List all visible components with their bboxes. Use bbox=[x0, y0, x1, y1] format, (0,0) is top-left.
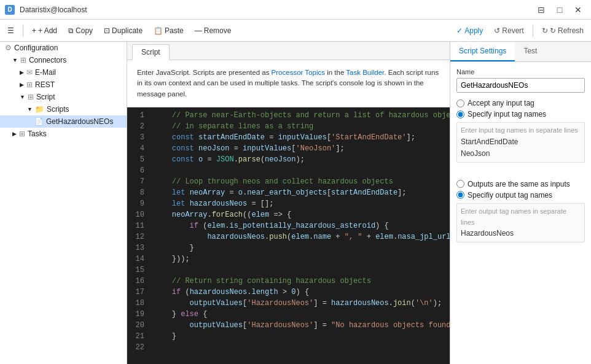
connectors-expand-icon: ⊞ bbox=[20, 56, 26, 64]
revert-button[interactable]: ↺ Revert bbox=[489, 22, 528, 39]
specify-output-radio[interactable] bbox=[456, 191, 464, 199]
sidebar-item-get-hazardous-neos[interactable]: 📄 GetHazardousNEOs bbox=[0, 115, 127, 128]
menu-icon: ☰ bbox=[7, 26, 14, 35]
add-button[interactable]: + + Add bbox=[27, 22, 62, 39]
script-label: Script bbox=[36, 93, 55, 101]
get-hazardous-neos-label: GetHazardousNEOs bbox=[46, 117, 113, 126]
specify-input-radio-item[interactable]: Specify input tag names bbox=[456, 110, 585, 118]
configuration-label: Configuration bbox=[14, 44, 58, 52]
paste-label: Paste bbox=[165, 26, 184, 35]
tasks-chevron-icon: ▶ bbox=[12, 131, 17, 137]
close-button[interactable]: ✕ bbox=[570, 4, 586, 16]
copy-button[interactable]: ⧉ Copy bbox=[63, 22, 98, 39]
script-icon: ⊞ bbox=[28, 93, 34, 101]
scripts-chevron-icon: ▼ bbox=[27, 106, 33, 112]
outputs-same-radio-item[interactable]: Outputs are the same as inputs bbox=[456, 180, 585, 188]
input-tags-display: Enter input tag names in separate lines … bbox=[456, 122, 585, 163]
tab-script-settings[interactable]: Script Settings bbox=[450, 42, 515, 61]
apply-check-icon: ✓ bbox=[456, 26, 463, 35]
window-controls: ⊟ □ ✕ bbox=[533, 4, 586, 16]
sidebar: ⚙ Configuration ▼ ⊞ Connectors ▶ ✉ E-Mai… bbox=[0, 42, 127, 364]
sidebar-item-configuration[interactable]: ⚙ Configuration bbox=[0, 42, 127, 54]
tab-test[interactable]: Test bbox=[515, 42, 546, 61]
script-settings-tab-label: Script Settings bbox=[459, 47, 506, 55]
duplicate-label: Duplicate bbox=[112, 26, 143, 35]
input-tag-1: StartAndEndDate bbox=[461, 136, 581, 148]
specify-input-radio[interactable] bbox=[456, 110, 464, 118]
remove-icon: — bbox=[195, 26, 202, 35]
copy-label: Copy bbox=[76, 26, 93, 35]
rest-chevron-icon: ▶ bbox=[20, 82, 24, 88]
title-bar: D Dataristix@localhost ⊟ □ ✕ bbox=[0, 0, 591, 20]
apply-label: Apply bbox=[464, 26, 483, 35]
description-text: Enter JavaScript. Scripts are presented … bbox=[137, 69, 272, 76]
apply-button[interactable]: ✓ Apply bbox=[452, 22, 488, 39]
toolbar-separator-1 bbox=[23, 25, 23, 37]
sidebar-item-script[interactable]: ▼ ⊞ Script bbox=[0, 91, 127, 103]
paste-button[interactable]: 📋 Paste bbox=[149, 22, 189, 39]
highlight-task-builder: Task Builder bbox=[346, 69, 384, 76]
copy-icon: ⧉ bbox=[68, 26, 74, 35]
maximize-button[interactable]: □ bbox=[552, 4, 568, 16]
code-editor[interactable]: 12345 678910 1112131415 1617181920 2122 … bbox=[127, 107, 450, 364]
sidebar-item-connectors[interactable]: ▼ ⊞ Connectors bbox=[0, 54, 127, 66]
menu-button[interactable]: ☰ bbox=[2, 22, 19, 39]
duplicate-button[interactable]: ⊡ Duplicate bbox=[99, 22, 147, 39]
script-tab-label: Script bbox=[141, 48, 160, 56]
sidebar-item-email[interactable]: ▶ ✉ E-Mail bbox=[0, 66, 127, 79]
revert-icon: ↺ bbox=[494, 26, 500, 35]
test-tab-label: Test bbox=[523, 47, 537, 55]
description-text-2: in the bbox=[325, 69, 346, 76]
output-tag-placeholder: Enter output tag names in separate lines bbox=[461, 206, 581, 228]
duplicate-icon: ⊡ bbox=[104, 26, 110, 35]
script-chevron-icon: ▼ bbox=[20, 94, 25, 100]
input-radio-group: Accept any input tag Specify input tag n… bbox=[456, 99, 585, 118]
accept-any-radio[interactable] bbox=[456, 99, 464, 107]
tab-script[interactable]: Script bbox=[132, 44, 170, 60]
refresh-label: ↻ Refresh bbox=[550, 26, 584, 35]
tasks-label: Tasks bbox=[28, 130, 47, 138]
specify-output-radio-item[interactable]: Specifiy output tag names bbox=[456, 191, 585, 199]
center-tab-bar: Script bbox=[127, 42, 450, 60]
output-radio-group: Outputs are the same as inputs Specifiy … bbox=[456, 180, 585, 199]
scripts-label: Scripts bbox=[47, 105, 69, 114]
line-numbers: 12345 678910 1112131415 1617181920 2122 bbox=[127, 107, 149, 364]
accept-any-radio-item[interactable]: Accept any input tag bbox=[456, 99, 585, 107]
sidebar-item-scripts[interactable]: ▼ 📁 Scripts bbox=[0, 103, 127, 115]
paste-icon: 📋 bbox=[154, 26, 163, 35]
email-label: E-Mail bbox=[35, 68, 56, 77]
script-description: Enter JavaScript. Scripts are presented … bbox=[127, 60, 450, 107]
app-icon: D bbox=[5, 5, 15, 15]
add-label: + Add bbox=[38, 26, 57, 35]
output-tags-display: Enter output tag names in separate lines… bbox=[456, 203, 585, 242]
section-divider bbox=[456, 169, 585, 175]
rest-label: REST bbox=[35, 80, 55, 89]
minimize-button[interactable]: ⊟ bbox=[533, 4, 549, 16]
name-input[interactable] bbox=[456, 78, 585, 93]
toolbar-right: ✓ Apply ↺ Revert ↻ ↻ Refresh bbox=[452, 22, 589, 39]
chevron-down-icon: ▼ bbox=[12, 57, 18, 63]
remove-label: Remove bbox=[204, 26, 232, 35]
main-area: ⚙ Configuration ▼ ⊞ Connectors ▶ ✉ E-Mai… bbox=[0, 42, 591, 364]
input-tag-placeholder: Enter input tag names in separate lines bbox=[461, 125, 581, 136]
toolbar-separator-2 bbox=[533, 25, 533, 37]
refresh-button[interactable]: ↻ ↻ Refresh bbox=[537, 22, 589, 39]
rest-icon: ⊞ bbox=[26, 80, 33, 89]
tasks-icon: ⊞ bbox=[19, 130, 25, 138]
sidebar-item-rest[interactable]: ▶ ⊞ REST bbox=[0, 79, 127, 91]
code-content[interactable]: // Parse near-Earth-objects and return a… bbox=[149, 107, 450, 364]
title-text: Dataristix@localhost bbox=[20, 6, 528, 14]
right-panel: Script Settings Test Name Accept any inp… bbox=[450, 42, 591, 364]
sidebar-item-tasks[interactable]: ▶ ⊞ Tasks bbox=[0, 128, 127, 140]
remove-button[interactable]: — Remove bbox=[190, 22, 237, 39]
gear-icon: ⚙ bbox=[5, 44, 12, 52]
outputs-same-radio[interactable] bbox=[456, 180, 464, 188]
add-icon: + bbox=[32, 26, 36, 35]
center-panel: Script Enter JavaScript. Scripts are pre… bbox=[127, 42, 450, 364]
highlight-processor: Processor Topics bbox=[272, 69, 325, 76]
specify-input-label: Specify input tag names bbox=[468, 110, 546, 118]
email-icon: ✉ bbox=[26, 68, 33, 77]
right-tab-bar: Script Settings Test bbox=[450, 42, 591, 62]
input-tag-2: NeoJson bbox=[461, 148, 581, 160]
refresh-icon: ↻ bbox=[542, 26, 548, 35]
